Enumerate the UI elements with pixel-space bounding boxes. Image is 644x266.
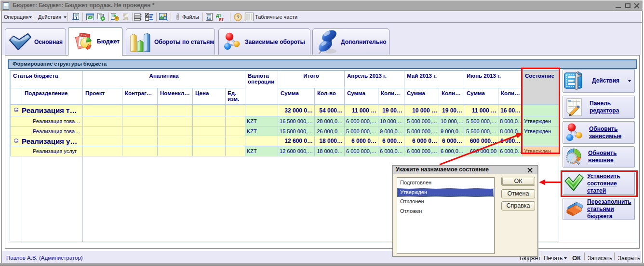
svg-text:Кт: Кт [219, 17, 224, 21]
svg-text:?: ? [237, 14, 240, 20]
